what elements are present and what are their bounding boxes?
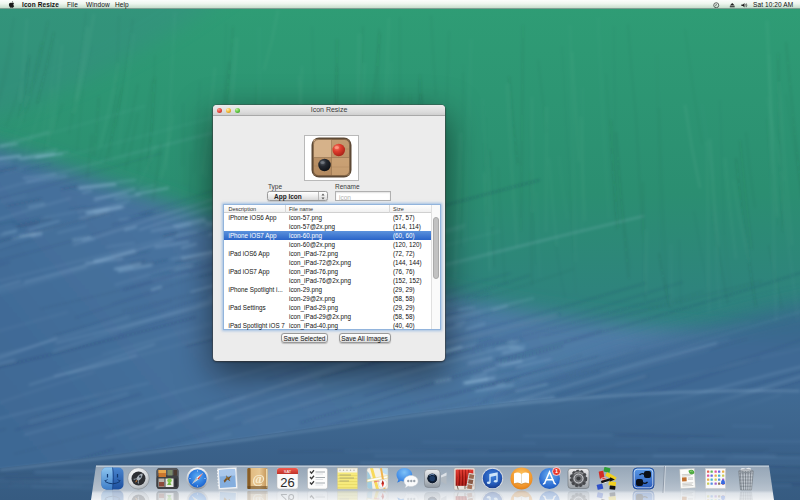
svg-text:@: @ — [252, 471, 265, 486]
svg-text:26: 26 — [280, 491, 294, 500]
svg-text:@: @ — [252, 494, 265, 500]
svg-text:1: 1 — [554, 468, 557, 474]
svg-text:26: 26 — [280, 475, 294, 490]
svg-text:SAT: SAT — [284, 469, 292, 474]
